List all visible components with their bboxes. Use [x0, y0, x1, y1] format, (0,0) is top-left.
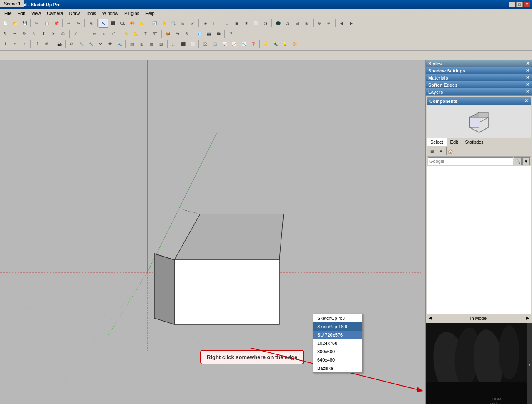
- tb-paint[interactable]: 🎨: [128, 19, 137, 28]
- tb-wireframe[interactable]: □: [223, 19, 232, 28]
- tb-advanced-camera[interactable]: 📷: [204, 29, 213, 38]
- tb-layer4[interactable]: ▧: [156, 40, 166, 49]
- tb-make-group[interactable]: 🗃: [173, 29, 182, 38]
- materials-section-header[interactable]: Materials ✕: [426, 74, 532, 81]
- tb-cut[interactable]: ✂: [33, 19, 42, 28]
- dropdown-item-1[interactable]: SketchUp 16:9: [313, 322, 362, 331]
- shadow-settings-section-header[interactable]: Shadow Settings ✕: [426, 67, 532, 74]
- dropdown-item-5[interactable]: 640x480: [313, 356, 362, 364]
- tb-x-ray[interactable]: ◈: [201, 19, 210, 28]
- tb-make-component[interactable]: 📦: [163, 29, 172, 38]
- scene-tab-scene1[interactable]: Scene 1: [0, 0, 24, 7]
- tb-measure[interactable]: 📐: [137, 19, 146, 28]
- tab-statistics[interactable]: Statistics: [462, 138, 487, 146]
- tb-more1[interactable]: 🏠: [201, 40, 210, 49]
- tb-extra3[interactable]: ↕: [20, 40, 29, 49]
- tb-circle[interactable]: ○: [100, 29, 109, 38]
- styles-section-header[interactable]: Styles ✕: [426, 60, 532, 67]
- tb-more3[interactable]: 📊: [220, 40, 229, 49]
- menu-help[interactable]: Help: [143, 10, 157, 17]
- tb-component[interactable]: ⬛: [108, 19, 118, 28]
- tb-erase[interactable]: ⌫: [118, 19, 127, 28]
- tab-select[interactable]: Select: [427, 138, 447, 146]
- tb-more2[interactable]: 🏢: [210, 40, 219, 49]
- tb-action4[interactable]: 🔆: [290, 40, 299, 49]
- tb-next[interactable]: ▶: [346, 19, 356, 28]
- tb-more5[interactable]: 📉: [239, 40, 248, 49]
- menu-camera[interactable]: Camera: [44, 10, 65, 17]
- next-model-button[interactable]: ▶: [526, 315, 529, 321]
- tb-extra1[interactable]: ⬇: [1, 40, 10, 49]
- grid-view-button[interactable]: ⊞: [428, 147, 436, 155]
- tb-shaded[interactable]: ■: [242, 19, 251, 28]
- tb-push-pull[interactable]: ⬆: [39, 29, 48, 38]
- maximize-button[interactable]: □: [516, 2, 523, 7]
- tb-undo[interactable]: ↩: [64, 19, 73, 28]
- tb-layer2[interactable]: ▥: [137, 40, 146, 49]
- panel-scroll-indicator[interactable]: ▼: [527, 323, 532, 404]
- menu-edit[interactable]: Edit: [15, 10, 28, 17]
- tb-paste[interactable]: 📌: [52, 19, 61, 28]
- tb-polygon[interactable]: ⬡: [109, 29, 118, 38]
- tb-follow-me[interactable]: ➤: [49, 29, 58, 38]
- tb-protractor[interactable]: 📐: [131, 29, 141, 38]
- tb-guides[interactable]: ✚: [324, 19, 334, 28]
- tb-section-cuts[interactable]: ⊞: [302, 19, 311, 28]
- tb-plugin1[interactable]: ⚙: [67, 40, 76, 49]
- components-close-icon[interactable]: ✕: [524, 98, 528, 104]
- tb-monochrome[interactable]: ◑: [261, 19, 270, 28]
- tb-help[interactable]: ?: [226, 29, 236, 38]
- tb-orbit[interactable]: 🔄: [150, 19, 159, 28]
- tb-plugin3[interactable]: 🔨: [86, 40, 95, 49]
- tb-ruby[interactable]: 💎: [195, 29, 204, 38]
- dropdown-item-2[interactable]: SU 720x576: [313, 331, 362, 339]
- tb-action3[interactable]: 💡: [280, 40, 289, 49]
- tb-zoom-extents[interactable]: ⤢: [188, 19, 197, 28]
- tb-view2[interactable]: ⬛: [178, 40, 188, 49]
- tb-shadows[interactable]: 🌑: [274, 19, 283, 28]
- menu-file[interactable]: File: [2, 10, 14, 17]
- tb-rotate[interactable]: ↻: [20, 29, 29, 38]
- tb-print[interactable]: 🖨: [86, 19, 95, 28]
- tb-select[interactable]: ↖: [99, 19, 108, 28]
- menu-plugins[interactable]: Plugins: [122, 10, 142, 17]
- tb-plugin5[interactable]: 🛠: [105, 40, 115, 49]
- materials-close-icon[interactable]: ✕: [526, 75, 529, 80]
- tb-copy[interactable]: 📋: [42, 19, 51, 28]
- dropdown-item-0[interactable]: SketchUp 4:3: [313, 314, 362, 322]
- tb-look-around[interactable]: 👁: [42, 40, 51, 49]
- tb-section-planes[interactable]: ⊟: [293, 19, 302, 28]
- tb-pan[interactable]: ✋: [159, 19, 168, 28]
- search-input[interactable]: [428, 157, 513, 165]
- tb-walk[interactable]: 🚶: [33, 40, 42, 49]
- soften-edges-close-icon[interactable]: ✕: [526, 82, 529, 87]
- tb-question[interactable]: ❓: [248, 40, 258, 49]
- menu-window[interactable]: Window: [100, 10, 121, 17]
- tb-more4[interactable]: 📈: [229, 40, 238, 49]
- tb-view3[interactable]: ⬜: [188, 40, 197, 49]
- tb-text[interactable]: T: [141, 29, 150, 38]
- layers-section-header[interactable]: Layers ✕: [426, 88, 532, 95]
- menu-tools[interactable]: Tools: [83, 10, 99, 17]
- tb-new[interactable]: 📄: [1, 19, 10, 28]
- tb-layer3[interactable]: ▦: [147, 40, 156, 49]
- tb-redo[interactable]: ↪: [74, 19, 83, 28]
- prev-model-button[interactable]: ◀: [429, 315, 432, 321]
- tb-tape[interactable]: 📏: [122, 29, 131, 38]
- tb-open[interactable]: 📂: [10, 19, 20, 28]
- dropdown-item-6[interactable]: Bazilika: [313, 364, 362, 372]
- search-button[interactable]: 🔍: [514, 157, 522, 165]
- tb-plugin2[interactable]: 🔧: [77, 40, 86, 49]
- tb-move[interactable]: ✛: [10, 29, 20, 38]
- tb-position-camera[interactable]: 📷: [55, 40, 64, 49]
- styles-close-icon[interactable]: ✕: [526, 61, 529, 66]
- tb-view1[interactable]: ⬚: [169, 40, 178, 49]
- tb-action1[interactable]: ⚡: [261, 40, 270, 49]
- dropdown-item-4[interactable]: 800x600: [313, 347, 362, 356]
- tb-back-edges[interactable]: ◫: [210, 19, 219, 28]
- tb-3d-text[interactable]: 3T: [151, 29, 160, 38]
- tb-arc[interactable]: ⌒: [80, 29, 90, 38]
- tb-rectangle[interactable]: ▭: [90, 29, 99, 38]
- tb-hidden-line[interactable]: ▣: [232, 19, 241, 28]
- tb-plugin6[interactable]: 🔩: [115, 40, 124, 49]
